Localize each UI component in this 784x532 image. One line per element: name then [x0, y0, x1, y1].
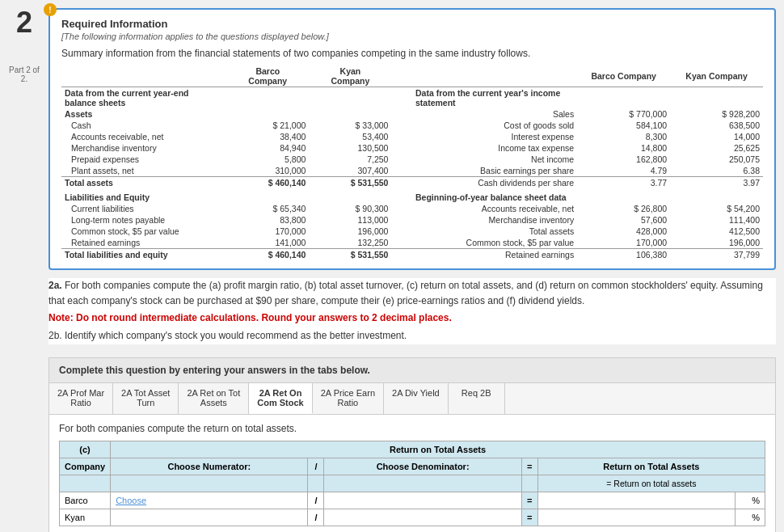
tab-div-yield[interactable]: 2A Div Yield	[384, 383, 449, 414]
result-sub-num	[111, 475, 308, 492]
barco-slash: /	[308, 492, 324, 509]
question-2a: 2a. For both companies compute the (a) p…	[48, 278, 776, 309]
tab-tot-asset[interactable]: 2A Tot AssetTurn	[113, 383, 179, 414]
q2a-label: 2a.	[48, 280, 62, 291]
result-sub-slash	[308, 475, 324, 492]
result-sub-den	[324, 475, 521, 492]
nav-buttons: < 2A Tot Asset Turn 2A Ret On Com Stock …	[59, 526, 765, 532]
kyan-result-cell[interactable]	[537, 509, 735, 526]
table-row: Barco Choose / = %	[60, 492, 765, 509]
slash-header: /	[308, 458, 324, 475]
barco-numerator-choose[interactable]: Choose	[116, 496, 146, 505]
note-text: Note: Do not round intermediate calculat…	[48, 312, 776, 323]
tab-prof-mar[interactable]: 2A Prof MarRatio	[49, 383, 113, 414]
col-numerator-header: Choose Numerator:	[111, 458, 308, 475]
note-label: Note:	[48, 312, 74, 323]
tab-ret-com[interactable]: 2A Ret OnCom Stock	[249, 383, 312, 414]
col-company-header: Company	[60, 458, 111, 475]
question-2b: 2b. Identify which company's stock you w…	[48, 328, 776, 344]
col-result-header: Return on Total Assets	[537, 458, 765, 475]
info-icon: !	[44, 3, 57, 16]
table-row: Kyan / = %	[60, 509, 765, 526]
tabs-row: 2A Prof MarRatio 2A Tot AssetTurn 2A Ret…	[49, 383, 775, 415]
kyan-numerator-cell[interactable]	[111, 509, 308, 526]
tab-description: For both companies compute the return on…	[59, 423, 765, 434]
required-info-subtitle: [The following information applies to th…	[61, 32, 763, 41]
barco-result-cell[interactable]	[537, 492, 735, 509]
section-title: Return on Total Assets	[111, 441, 765, 458]
barco-denominator-input[interactable]	[329, 496, 516, 505]
note-content: Do not round intermediate calculations. …	[76, 312, 452, 323]
kyan-denominator-cell[interactable]	[324, 509, 521, 526]
kyan-equals: =	[521, 509, 537, 526]
tabs-header: Complete this question by entering your …	[49, 358, 775, 383]
col-denominator-header: Choose Denominator:	[324, 458, 521, 475]
equals-header: =	[521, 458, 537, 475]
kyan-denominator-input[interactable]	[329, 513, 516, 522]
tab-ret-tot[interactable]: 2A Ret on TotAssets	[179, 383, 249, 414]
result-sub-label: = Return on total assets	[537, 475, 765, 492]
kyan-numerator-input[interactable]	[116, 513, 302, 522]
kyan-company-label: Kyan	[60, 509, 111, 526]
part-number: 2	[16, 8, 32, 37]
result-sub-col	[60, 475, 111, 492]
part-label: Part 2 of 2.	[8, 65, 40, 83]
kyan-pct: %	[736, 509, 765, 526]
barco-denominator-cell[interactable]	[324, 492, 521, 509]
required-info-title: Required Information	[61, 18, 763, 30]
kyan-result-input[interactable]	[543, 513, 730, 522]
info-box: ! Required Information [The following in…	[48, 8, 776, 270]
kyan-slash: /	[308, 509, 324, 526]
barco-equals: =	[521, 492, 537, 509]
questions-area: 2a. For both companies compute the (a) p…	[48, 278, 776, 344]
answer-table: (c) Return on Total Assets Company Choos…	[59, 441, 765, 526]
summary-text: Summary information from the financial s…	[61, 48, 763, 59]
col-c: (c)	[60, 441, 111, 458]
barco-company-label: Barco	[60, 492, 111, 509]
result-sub-eq	[521, 475, 537, 492]
barco-pct: %	[736, 492, 765, 509]
tabs-section: Complete this question by entering your …	[48, 357, 776, 532]
tab-content: For both companies compute the return on…	[49, 415, 775, 532]
tab-req2b[interactable]: Req 2B	[449, 383, 505, 414]
tab-price-earn[interactable]: 2A Price EarnRatio	[313, 383, 384, 414]
q2a-text: For both companies compute the (a) profi…	[48, 280, 763, 306]
financial-table: BarcoCompany KyanCompany Barco Company K…	[61, 65, 763, 260]
barco-numerator-cell[interactable]: Choose	[111, 492, 308, 509]
barco-result-input[interactable]	[543, 496, 730, 505]
